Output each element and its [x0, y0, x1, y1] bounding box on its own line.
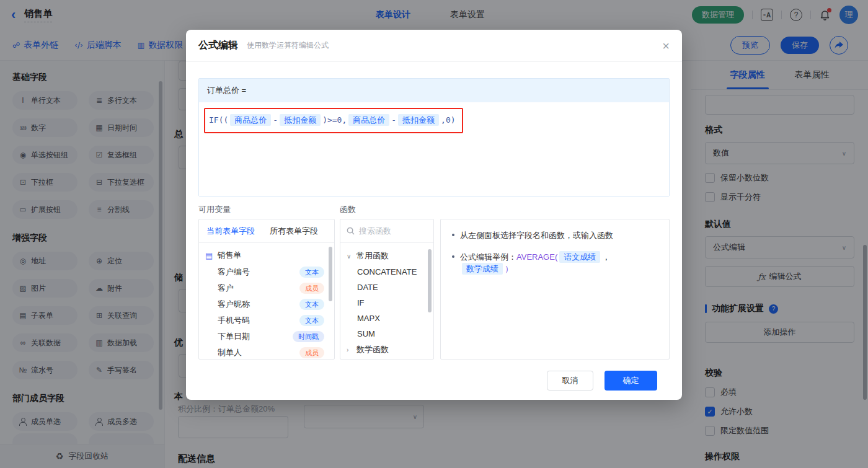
- variables-tabs: 当前表单字段 所有表单字段: [199, 219, 334, 243]
- formula-target-label: 订单总价 =: [207, 85, 246, 96]
- tips-label-spacer: [440, 204, 670, 214]
- functions-label: 函数: [340, 204, 434, 214]
- bullet-icon: [452, 255, 454, 258]
- formula-text: IF((: [209, 115, 228, 125]
- variable-type-badge: 成员: [299, 283, 324, 294]
- form-doc-icon: ▤: [205, 251, 213, 260]
- tab-all-form-fields[interactable]: 所有表单字段: [270, 226, 318, 237]
- function-item[interactable]: DATE: [347, 280, 431, 295]
- modal-footer: 取消 确定: [198, 360, 670, 391]
- confirm-button[interactable]: 确定: [604, 371, 657, 391]
- tree-root-label: 销售单: [217, 250, 241, 261]
- formula-highlight-box: IF((商品总价-抵扣金额)>=0,商品总价-抵扣金额,0): [204, 108, 463, 133]
- function-item[interactable]: MAPX: [347, 311, 431, 326]
- formula-input-area[interactable]: IF((商品总价-抵扣金额)>=0,商品总价-抵扣金额,0): [199, 102, 669, 196]
- search-icon: [347, 227, 355, 235]
- tip-1-text: 从左侧面板选择字段名和函数，或输入函数: [460, 229, 613, 242]
- variables-label: 可用变量: [198, 204, 335, 214]
- variable-name: 客户: [218, 283, 234, 294]
- chevron-down-icon: ∨: [347, 253, 353, 260]
- variable-row[interactable]: 客户昵称文本: [199, 296, 334, 312]
- chevron-right-icon: ›: [347, 347, 353, 353]
- cancel-button[interactable]: 取消: [547, 371, 593, 391]
- function-item[interactable]: IF: [347, 295, 431, 311]
- variable-row[interactable]: 手机号码文本: [199, 312, 334, 329]
- formula-text: 公式编辑举例：: [460, 252, 516, 262]
- functions-scrollbar[interactable]: [428, 249, 432, 312]
- variable-row[interactable]: 下单日期时间戳: [199, 329, 334, 345]
- function-group[interactable]: ∨常用函数: [347, 248, 431, 264]
- tip-line-1: 从左侧面板选择字段名和函数，或输入函数: [452, 229, 658, 242]
- formula-text: ）: [505, 264, 513, 273]
- close-icon[interactable]: ×: [662, 40, 670, 52]
- modal-title: 公式编辑: [198, 39, 238, 52]
- function-item[interactable]: SUM: [347, 326, 431, 342]
- variable-name: 制单人: [218, 347, 242, 358]
- variable-row[interactable]: 客户成员: [199, 280, 334, 296]
- functions-panel: 搜索函数 ∨常用函数CONCATENATEDATEIFMAPXSUM›数学函数›…: [340, 219, 434, 360]
- formula-text: )>=0,: [322, 115, 347, 125]
- variable-name: 客户昵称: [218, 299, 250, 310]
- function-list: ∨常用函数CONCATENATEDATEIFMAPXSUM›数学函数›文本函数: [340, 243, 433, 360]
- tab-current-form-fields[interactable]: 当前表单字段: [206, 226, 255, 237]
- formula-target: 订单总价 =: [199, 79, 669, 102]
- modal-subtitle: 使用数学运算符编辑公式: [247, 40, 329, 51]
- variable-type-badge: 文本: [299, 267, 324, 278]
- bullet-icon: [452, 234, 454, 236]
- variable-type-badge: 文本: [299, 299, 324, 310]
- variable-rows: 客户编号文本客户成员客户昵称文本手机号码文本下单日期时间戳制单人成员: [199, 264, 334, 360]
- tree-root[interactable]: ▤ 销售单: [199, 247, 334, 264]
- formula-field-token[interactable]: 商品总价: [348, 114, 389, 126]
- function-group-label: 常用函数: [356, 250, 389, 262]
- formula-text: AVERAGE(: [516, 252, 557, 262]
- modal-header: 公式编辑 使用数学运算符编辑公式 ×: [186, 30, 682, 62]
- variable-name: 客户编号: [218, 267, 250, 278]
- variable-type-badge: 时间戳: [293, 331, 324, 342]
- function-group-label: 数学函数: [356, 344, 389, 355]
- formula-field-token[interactable]: 语文成绩: [559, 251, 600, 263]
- tip-line-2: 公式编辑举例：AVERAGE(语文成绩，数学成绩）: [452, 251, 658, 275]
- tips-panel: 从左侧面板选择字段名和函数，或输入函数 公式编辑举例：AVERAGE(语文成绩，…: [440, 219, 670, 360]
- function-search[interactable]: 搜索函数: [340, 219, 433, 243]
- variables-panel: 当前表单字段 所有表单字段 ▤ 销售单 客户编号文本客户成员客户昵称文本手机号码…: [198, 219, 335, 360]
- tip-2-text: 公式编辑举例：AVERAGE(语文成绩，数学成绩）: [460, 251, 658, 275]
- variables-scrollbar[interactable]: [329, 247, 332, 301]
- variable-name: 手机号码: [218, 315, 250, 326]
- formula-text: ，: [602, 252, 610, 262]
- function-group[interactable]: ›数学函数: [347, 342, 431, 358]
- variable-row[interactable]: 客户编号文本: [199, 264, 334, 280]
- variable-type-badge: 文本: [299, 315, 324, 326]
- formula-text: -: [273, 115, 278, 125]
- variable-type-badge: 成员: [299, 347, 324, 358]
- formula-text: ,0): [441, 115, 455, 125]
- variable-row[interactable]: 制单人成员: [199, 345, 334, 360]
- formula-field-token[interactable]: 抵扣金额: [398, 114, 439, 126]
- formula-field-token[interactable]: 数学成绩: [462, 263, 503, 275]
- variables-tree: ▤ 销售单 客户编号文本客户成员客户昵称文本手机号码文本下单日期时间戳制单人成员: [199, 243, 334, 360]
- search-placeholder: 搜索函数: [359, 226, 391, 237]
- formula-field-token[interactable]: 商品总价: [230, 114, 271, 126]
- formula-text: -: [391, 115, 396, 125]
- formula-expression: IF((商品总价-抵扣金额)>=0,商品总价-抵扣金额,0): [209, 114, 456, 125]
- formula-edit-modal: 公式编辑 使用数学运算符编辑公式 × 订单总价 = IF((商品总价-抵扣金额)…: [186, 30, 682, 400]
- function-group[interactable]: ›文本函数: [347, 358, 431, 360]
- function-item[interactable]: CONCATENATE: [347, 264, 431, 280]
- formula-field-token[interactable]: 抵扣金额: [280, 114, 321, 126]
- formula-editor: 订单总价 = IF((商品总价-抵扣金额)>=0,商品总价-抵扣金额,0): [198, 78, 670, 196]
- variable-name: 下单日期: [218, 331, 250, 342]
